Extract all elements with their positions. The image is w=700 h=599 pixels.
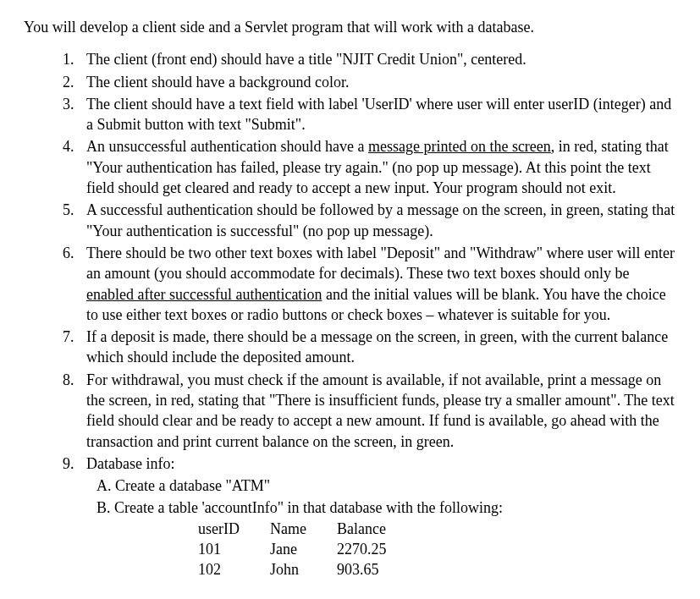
- item-9-text: Database info:: [86, 455, 174, 472]
- item-9b: B. Create a table 'accountInfo" in that …: [96, 497, 676, 518]
- item-1: The client (front end) should have a tit…: [78, 49, 676, 69]
- item-1-text: The client (front end) should have a tit…: [86, 51, 526, 68]
- item-6-underline: enabled after successful authentication: [86, 286, 322, 303]
- item-2-text: The client should have a background colo…: [86, 74, 349, 91]
- item-4: An unsuccessful authentication should ha…: [78, 136, 676, 198]
- item-9-sublist: A. Create a database "ATM" B. Create a t…: [86, 475, 676, 580]
- cell-name: John: [270, 559, 337, 580]
- item-2: The client should have a background colo…: [78, 72, 676, 92]
- item-4-underline: message printed on the screen: [368, 138, 551, 155]
- item-6-text-a: There should be two other text boxes wit…: [86, 245, 675, 282]
- item-4-text-a: An unsuccessful authentication should ha…: [86, 138, 368, 155]
- requirements-list: The client (front end) should have a tit…: [24, 49, 676, 580]
- item-3: The client should have a text field with…: [78, 94, 676, 135]
- table-row: 102 John 903.65: [198, 559, 416, 580]
- item-7: If a deposit is made, there should be a …: [78, 327, 676, 368]
- item-9a: A. Create a database "ATM": [96, 475, 676, 496]
- item-5: A successful authentication should be fo…: [78, 200, 676, 241]
- cell-balance: 2270.25: [337, 539, 417, 559]
- intro-paragraph: You will develop a client side and a Ser…: [24, 17, 676, 37]
- table-row: 101 Jane 2270.25: [198, 539, 416, 559]
- item-5-text: A successful authentication should be fo…: [86, 201, 675, 239]
- header-name: Name: [270, 519, 337, 539]
- item-7-text: If a deposit is made, there should be a …: [86, 328, 668, 365]
- account-info-table: userID Name Balance 101 Jane 2270.25 102…: [198, 519, 416, 580]
- cell-userid: 102: [198, 559, 270, 580]
- item-3-text: The client should have a text field with…: [86, 96, 671, 133]
- item-8-text: For withdrawal, you must check if the am…: [86, 371, 675, 450]
- item-9: Database info: A. Create a database "ATM…: [78, 453, 676, 580]
- cell-balance: 903.65: [337, 559, 417, 580]
- cell-userid: 101: [198, 539, 270, 559]
- item-6: There should be two other text boxes wit…: [78, 243, 676, 325]
- item-8: For withdrawal, you must check if the am…: [78, 370, 676, 452]
- cell-name: Jane: [270, 539, 337, 559]
- table-header-row: userID Name Balance: [198, 519, 416, 539]
- header-balance: Balance: [337, 519, 417, 539]
- header-userid: userID: [198, 519, 270, 539]
